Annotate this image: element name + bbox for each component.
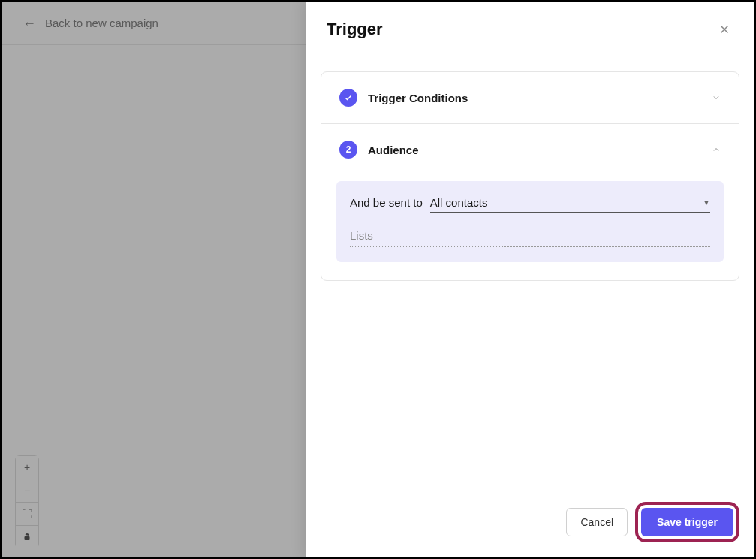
audience-config-box: And be sent to All contacts ▼ Lists [336,181,724,262]
lists-placeholder: Lists [350,229,373,242]
save-trigger-button[interactable]: Save trigger [641,508,733,536]
panel-header: Trigger [306,2,754,53]
step-number: 2 [346,144,351,155]
sections-container: Trigger Conditions 2 Audience [321,71,739,281]
save-button-label: Save trigger [657,516,718,528]
chevron-up-icon [712,145,721,154]
panel-footer: Cancel Save trigger [306,490,754,557]
section-audience-wrap: 2 Audience And be sent to All contacts ▼ [321,123,739,280]
step-number-badge: 2 [339,141,357,159]
lists-input[interactable]: Lists [350,229,710,247]
cancel-button[interactable]: Cancel [566,508,628,536]
close-panel-button[interactable] [715,20,733,38]
sent-to-select[interactable]: All contacts ▼ [430,196,710,213]
section-audience[interactable]: 2 Audience [321,124,739,175]
cancel-button-label: Cancel [580,516,613,528]
close-icon [718,23,731,36]
save-button-highlight: Save trigger [635,502,739,542]
section-audience-label: Audience [368,144,419,156]
chevron-down-icon [712,93,721,102]
sent-to-row: And be sent to All contacts ▼ [350,196,710,213]
sent-to-value: All contacts [430,196,488,209]
check-badge [339,89,357,107]
section-audience-content: And be sent to All contacts ▼ Lists [321,175,739,280]
sent-to-label: And be sent to [350,196,423,209]
section-conditions-label: Trigger Conditions [368,92,468,104]
trigger-panel: Trigger Trigger Conditions [306,2,754,557]
panel-title: Trigger [327,20,383,39]
check-icon [344,93,353,102]
caret-down-icon: ▼ [703,198,710,207]
section-trigger-conditions[interactable]: Trigger Conditions [321,72,739,123]
panel-body: Trigger Conditions 2 Audience [306,53,754,490]
